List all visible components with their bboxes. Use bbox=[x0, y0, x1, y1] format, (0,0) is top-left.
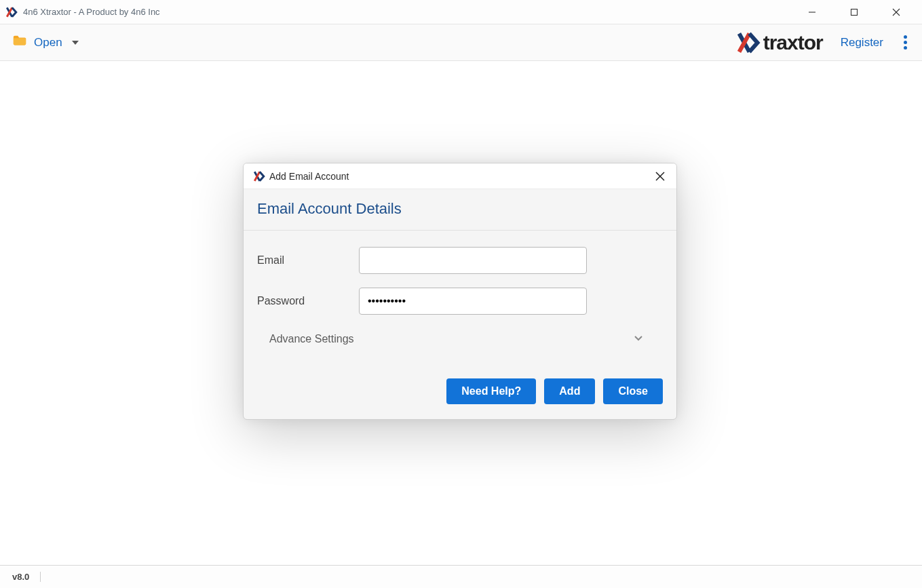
status-bar: v8.0 bbox=[0, 565, 922, 588]
dialog-heading: Email Account Details bbox=[257, 200, 663, 218]
open-label: Open bbox=[34, 36, 62, 50]
password-label: Password bbox=[257, 295, 359, 307]
dialog-body: Email Password Advance Settings bbox=[244, 231, 676, 373]
more-menu-button[interactable] bbox=[901, 35, 910, 50]
chevron-down-icon bbox=[633, 332, 644, 346]
dialog-logo-icon bbox=[253, 170, 265, 182]
dialog-titlebar: Add Email Account bbox=[244, 163, 676, 189]
main-toolbar: Open traxtor Register bbox=[0, 24, 922, 61]
folder-icon bbox=[12, 33, 27, 52]
svg-rect-1 bbox=[851, 9, 858, 15]
register-link[interactable]: Register bbox=[841, 36, 883, 50]
open-menu-button[interactable]: Open bbox=[12, 33, 79, 52]
close-button[interactable]: Close bbox=[603, 378, 663, 404]
need-help-button[interactable]: Need Help? bbox=[446, 378, 536, 404]
version-label: v8.0 bbox=[12, 572, 41, 582]
add-button[interactable]: Add bbox=[544, 378, 595, 404]
dialog-close-button[interactable] bbox=[653, 170, 667, 183]
add-email-account-dialog: Add Email Account Email Account Details … bbox=[243, 163, 677, 420]
app-logo-icon bbox=[5, 6, 18, 18]
maximize-button[interactable] bbox=[841, 2, 868, 22]
window-title: 4n6 Xtraxtor - A Product by 4n6 Inc bbox=[23, 7, 160, 17]
password-input[interactable] bbox=[359, 288, 587, 315]
main-content-area: Add Email Account Email Account Details … bbox=[0, 61, 922, 565]
window-titlebar: 4n6 Xtraxtor - A Product by 4n6 Inc bbox=[0, 0, 922, 24]
brand-logo: traxtor bbox=[736, 31, 823, 55]
brand-name-text: traxtor bbox=[763, 31, 823, 54]
email-label: Email bbox=[257, 254, 359, 267]
close-window-button[interactable] bbox=[883, 2, 910, 22]
advance-settings-label: Advance Settings bbox=[269, 333, 354, 345]
dialog-footer: Need Help? Add Close bbox=[244, 373, 676, 419]
dialog-header: Email Account Details bbox=[244, 189, 676, 231]
chevron-down-icon bbox=[72, 41, 79, 45]
email-input[interactable] bbox=[359, 247, 587, 274]
advance-settings-toggle[interactable]: Advance Settings bbox=[257, 330, 663, 349]
minimize-button[interactable] bbox=[799, 2, 826, 22]
brand-x-icon bbox=[736, 31, 761, 55]
dialog-title: Add Email Account bbox=[269, 171, 349, 182]
